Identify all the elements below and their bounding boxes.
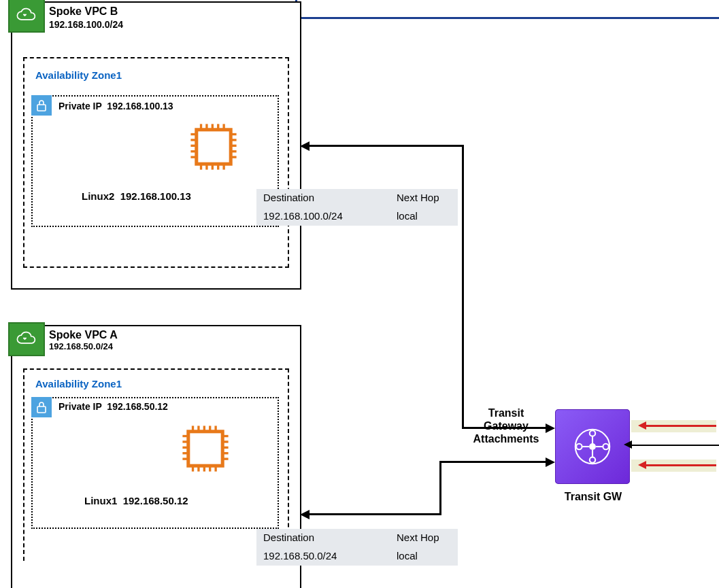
transit-gw-label: Transit GW (552, 491, 634, 503)
tgw-ext-red-arrow-2 (645, 464, 716, 466)
svg-point-49 (603, 444, 608, 449)
vpc-a-instance-chip-icon (177, 420, 234, 477)
svg-rect-1 (197, 130, 231, 164)
conn-b-v (462, 145, 464, 429)
vpc-b-instance-label: Linux2 192.168.100.13 (82, 190, 191, 202)
vpc-a-lock-icon (31, 397, 52, 417)
vpc-b-lock-icon (31, 95, 52, 116)
vpc-a-private-ip-prefix: Private IP (58, 401, 102, 412)
tgw-ext-red-arrow-1 (645, 425, 716, 427)
vpc-b-route-table: Destination Next Hop 192.168.100.0/24 lo… (256, 189, 458, 226)
vpc-a-subnet-box (31, 397, 279, 529)
vpc-a-title: Spoke VPC A (49, 329, 118, 341)
vpc-a-cidr: 192.168.50.0/24 (49, 341, 113, 351)
diagram-canvas: Spoke VPC B 192.168.100.0/24 Availabilit… (0, 0, 719, 588)
vpc-b-cidr: 192.168.100.0/24 (49, 19, 123, 30)
conn-a-v (439, 461, 441, 515)
vpc-b-title: Spoke VPC B (49, 5, 118, 18)
rt-a-header-dest: Destination (256, 529, 390, 547)
conn-b-h2 (462, 427, 547, 429)
vpc-a-instance-ip: 192.168.50.12 (123, 495, 188, 506)
vpc-b-az-label: Availability Zone1 (35, 69, 122, 81)
vpc-b-private-ip-prefix: Private IP (58, 101, 102, 111)
rt-a-row-next: local (390, 547, 458, 566)
conn-a-h2 (439, 461, 547, 463)
vpc-b-private-ip-label: Private IP 192.168.100.13 (58, 101, 173, 111)
vpc-a-cloud-icon (8, 322, 45, 356)
rt-a-header-next: Next Hop (390, 529, 458, 547)
vpc-a-instance-label: Linux1 192.168.50.12 (84, 495, 188, 506)
vpc-b-instance-chip-icon (185, 118, 242, 175)
vpc-b-private-ip-value: 192.168.100.13 (107, 101, 173, 111)
svg-rect-23 (188, 432, 222, 466)
vpc-a-az-label: Availability Zone1 (35, 378, 122, 390)
conn-a-arrow-to-vpc (300, 510, 310, 519)
conn-b-h1 (309, 145, 464, 147)
rt-a-row-dest: 192.168.50.0/24 (256, 547, 390, 566)
rt-b-row-dest: 192.168.100.0/24 (256, 207, 390, 226)
svg-point-48 (576, 444, 582, 449)
top-frame-border (295, 0, 719, 19)
vpc-a-route-table: Destination Next Hop 192.168.50.0/24 loc… (256, 529, 458, 566)
transit-gw-icon (555, 409, 630, 484)
tgw-ext-black-arrow (624, 440, 632, 449)
vpc-a-private-ip-value: 192.168.50.12 (107, 401, 168, 412)
conn-a-arrow-to-tgw (546, 457, 555, 467)
svg-point-46 (590, 430, 595, 436)
vpc-b-instance-name: Linux2 (82, 190, 114, 202)
vpc-a-instance-name: Linux1 (84, 495, 117, 506)
rt-b-header-dest: Destination (256, 189, 390, 207)
vpc-a-private-ip-label: Private IP 192.168.50.12 (58, 401, 168, 412)
rt-b-row-next: local (390, 207, 458, 226)
svg-point-47 (590, 457, 595, 462)
conn-b-arrow-to-tgw (546, 423, 555, 433)
svg-rect-22 (37, 407, 46, 413)
svg-rect-0 (37, 105, 46, 111)
svg-point-45 (589, 443, 596, 450)
vpc-b-instance-ip: 192.168.100.13 (120, 190, 191, 202)
conn-a-h1 (309, 513, 441, 515)
vpc-b-cloud-icon (8, 0, 45, 33)
rt-b-header-next: Next Hop (390, 189, 458, 207)
tgw-attachments-label: Transit Gateway Attachments (469, 407, 544, 446)
conn-b-arrow-to-vpc (300, 141, 310, 151)
tgw-ext-black-line (631, 445, 719, 446)
